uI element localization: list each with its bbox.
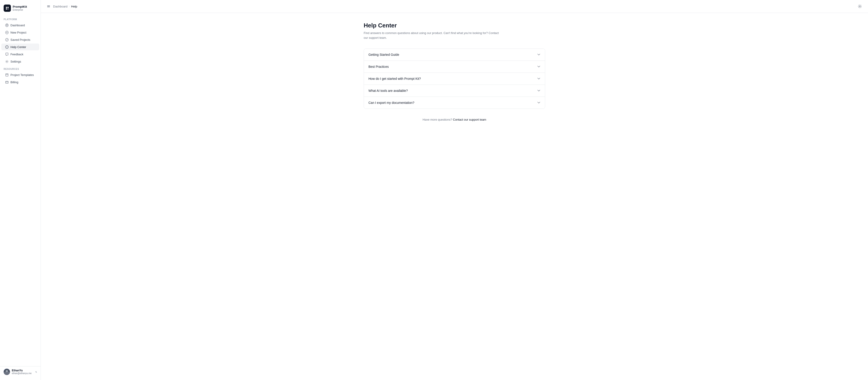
accordion-item-export-docs: Can I export my documentation? — [364, 97, 545, 108]
chevron-down-icon — [537, 53, 540, 56]
accordion-header-best-practices[interactable]: Best Practices — [364, 61, 545, 72]
settings-nav-icon — [5, 60, 9, 63]
breadcrumb-dashboard[interactable]: Dashboard — [53, 5, 68, 8]
sidebar-item-settings[interactable]: Settings — [1, 58, 39, 65]
accordion-title-get-started-prompt: How do I get started with Prompt Kit? — [368, 77, 421, 81]
sidebar-item-dashboard[interactable]: Dashboard — [1, 22, 39, 29]
saved-projects-label: Saved Projects — [10, 38, 30, 41]
svg-rect-1 — [7, 7, 9, 8]
help-center-label: Help Center — [10, 45, 26, 49]
contact-support-link[interactable]: Contact our support team — [453, 118, 487, 121]
help-footer: Have more questions? Contact our support… — [364, 114, 545, 126]
sidebar-item-new-project[interactable]: New Project — [1, 29, 39, 36]
topbar-settings-button[interactable] — [856, 3, 864, 10]
accordion-header-getting-started[interactable]: Getting Started Guide — [364, 49, 545, 61]
accordion-header-get-started-prompt[interactable]: How do I get started with Prompt Kit? — [364, 73, 545, 85]
accordion-header-export-docs[interactable]: Can I export my documentation? — [364, 97, 545, 108]
svg-text:?: ? — [6, 46, 7, 48]
faq-accordion: Getting Started Guide Best Practices — [364, 49, 545, 109]
templates-icon — [5, 73, 9, 76]
resources-section-label: Resources — [0, 65, 41, 71]
settings-label: Settings — [10, 60, 21, 63]
main-content: Dashboard › Help Help Center Find answer… — [41, 0, 868, 380]
svg-point-13 — [6, 61, 7, 62]
svg-rect-0 — [6, 7, 7, 8]
accordion-header-ai-tools[interactable]: What AI tools are available? — [364, 85, 545, 97]
svg-rect-21 — [47, 5, 50, 6]
accordion-item-ai-tools: What AI tools are available? — [364, 85, 545, 97]
avatar — [4, 369, 10, 375]
user-chevron-icon: ⇅ — [35, 371, 37, 373]
svg-rect-16 — [5, 81, 8, 83]
feedback-icon — [5, 52, 9, 56]
chevron-down-icon-3 — [537, 77, 540, 80]
user-name: EthanYu — [12, 369, 33, 372]
accordion-title-ai-tools: What AI tools are available? — [368, 89, 408, 93]
sidebar-item-help-center[interactable]: ? Help Center — [1, 43, 39, 50]
project-templates-label: Project Templates — [10, 73, 34, 76]
svg-rect-3 — [7, 8, 9, 9]
dashboard-label: Dashboard — [10, 24, 25, 27]
platform-section-label: Platform — [0, 15, 41, 22]
billing-label: Billing — [10, 81, 19, 84]
topbar: Dashboard › Help — [41, 0, 868, 13]
svg-rect-14 — [6, 74, 8, 76]
breadcrumb: Dashboard › Help — [53, 5, 77, 8]
svg-point-5 — [6, 25, 7, 26]
sidebar-toggle-button[interactable] — [45, 3, 52, 9]
svg-rect-22 — [47, 6, 50, 7]
logo-icon — [4, 4, 11, 12]
accordion-item-get-started-prompt: How do I get started with Prompt Kit? — [364, 73, 545, 85]
app-subtitle: Enterprise — [13, 9, 27, 11]
breadcrumb-separator: › — [69, 5, 70, 8]
billing-icon — [5, 80, 9, 84]
svg-point-20 — [6, 370, 8, 372]
svg-rect-19 — [4, 372, 10, 375]
sidebar-item-saved-projects[interactable]: Saved Projects — [1, 36, 39, 43]
new-project-label: New Project — [10, 31, 26, 34]
user-profile[interactable]: EthanYu ethan@ethanyu.me ⇅ — [0, 366, 41, 377]
svg-point-24 — [859, 6, 861, 7]
chevron-down-icon-5 — [537, 101, 540, 104]
accordion-item-best-practices: Best Practices — [364, 61, 545, 73]
breadcrumb-help: Help — [71, 5, 78, 8]
sidebar: PromptKit Enterprise Platform Dashboard … — [0, 0, 41, 380]
dashboard-icon — [5, 23, 9, 27]
page-title: Help Center — [364, 22, 545, 29]
help-icon: ? — [5, 45, 9, 49]
accordion-title-export-docs: Can I export my documentation? — [368, 101, 414, 104]
sidebar-item-feedback[interactable]: Feedback — [1, 51, 39, 58]
app-name: PromptKit — [13, 5, 27, 9]
footer-pre-link-text: Have more questions? — [423, 118, 452, 121]
sidebar-item-project-templates[interactable]: Project Templates — [1, 71, 39, 78]
sidebar-item-billing[interactable]: Billing — [1, 79, 39, 86]
saved-icon — [5, 38, 9, 41]
user-email: ethan@ethanyu.me — [12, 372, 33, 375]
accordion-title-getting-started: Getting Started Guide — [368, 53, 399, 57]
page-description: Find answers to common questions about u… — [364, 31, 500, 40]
svg-rect-2 — [6, 8, 7, 9]
page-content: Help Center Find answers to common quest… — [41, 13, 868, 380]
chevron-down-icon-2 — [537, 65, 540, 68]
feedback-label: Feedback — [10, 53, 23, 56]
new-project-icon — [5, 31, 9, 34]
app-logo[interactable]: PromptKit Enterprise — [0, 3, 41, 15]
chevron-down-icon-4 — [537, 89, 540, 92]
svg-point-10 — [5, 38, 8, 41]
accordion-item-getting-started: Getting Started Guide — [364, 49, 545, 61]
svg-rect-23 — [47, 7, 50, 7]
accordion-title-best-practices: Best Practices — [368, 65, 389, 68]
